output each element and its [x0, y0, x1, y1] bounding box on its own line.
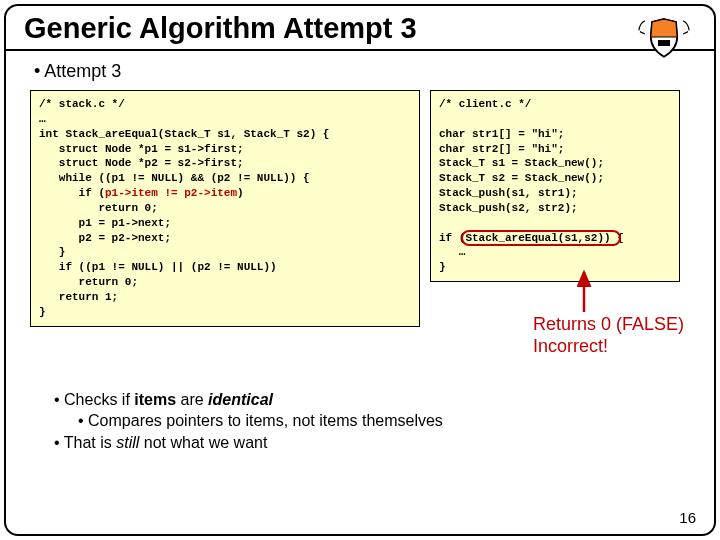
slide-title: Generic Algorithm Attempt 3 — [24, 12, 696, 45]
code-line: char str2[] = "hi"; — [439, 143, 564, 155]
bullet-item: Checks if items are identical — [54, 389, 690, 411]
code-line: /* stack.c */ — [39, 98, 125, 110]
code-line: p2 = p2->next; — [39, 232, 171, 244]
code-line: } — [439, 261, 446, 273]
code-row: /* stack.c */ … int Stack_areEqual(Stack… — [30, 90, 690, 327]
code-line: … — [39, 113, 46, 125]
code-line: Stack_push(s1, str1); — [439, 187, 578, 199]
code-line: Stack_T s2 = Stack_new(); — [439, 172, 604, 184]
code-line: } — [39, 246, 65, 258]
code-line: if ( — [39, 187, 105, 199]
code-line: /* client.c */ — [439, 98, 531, 110]
page-number: 16 — [679, 509, 696, 526]
callout-text: Returns 0 (FALSE) Incorrect! — [533, 314, 684, 357]
red-oval-highlight — [461, 230, 621, 246]
code-line: return 1; — [39, 291, 118, 303]
code-line: while ((p1 != NULL) && (p2 != NULL)) { — [39, 172, 310, 184]
code-client-c: /* client.c */ char str1[] = "hi"; char … — [430, 90, 680, 282]
code-highlight: p1->item != p2->item — [105, 187, 237, 199]
code-line: return 0; — [39, 202, 158, 214]
code-line: int Stack_areEqual(Stack_T s1, Stack_T s… — [39, 128, 329, 140]
code-line: p1 = p1->next; — [39, 217, 171, 229]
bullet-attempt: Attempt 3 — [34, 61, 690, 82]
code-line: struct Node *p1 = s1->first; — [39, 143, 244, 155]
code-line: Stack_T s1 = Stack_new(); — [439, 157, 604, 169]
svg-rect-0 — [658, 40, 670, 46]
code-stack-c: /* stack.c */ … int Stack_areEqual(Stack… — [30, 90, 420, 327]
bullet-item: Compares pointers to items, not items th… — [78, 410, 690, 432]
title-bar: Generic Algorithm Attempt 3 — [6, 6, 714, 51]
code-line: return 0; — [39, 276, 138, 288]
princeton-crest-icon — [634, 16, 694, 64]
code-line: if ((p1 != NULL) || (p2 != NULL)) — [39, 261, 277, 273]
callout-line: Incorrect! — [533, 336, 684, 358]
callout-line: Returns 0 (FALSE) — [533, 314, 684, 336]
bullet-item: That is still not what we want — [54, 432, 690, 454]
content-area: Attempt 3 /* stack.c */ … int Stack_areE… — [6, 51, 714, 453]
code-line: … — [439, 246, 465, 258]
code-line: ) — [237, 187, 244, 199]
code-line: char str1[] = "hi"; — [439, 128, 564, 140]
code-line: Stack_push(s2, str2); — [439, 202, 578, 214]
code-line: struct Node *p2 = s2->first; — [39, 157, 244, 169]
slide-frame: Generic Algorithm Attempt 3 Attempt 3 /*… — [4, 4, 716, 536]
code-line: } — [39, 306, 46, 318]
bottom-bullets: Checks if items are identical Compares p… — [30, 389, 690, 454]
